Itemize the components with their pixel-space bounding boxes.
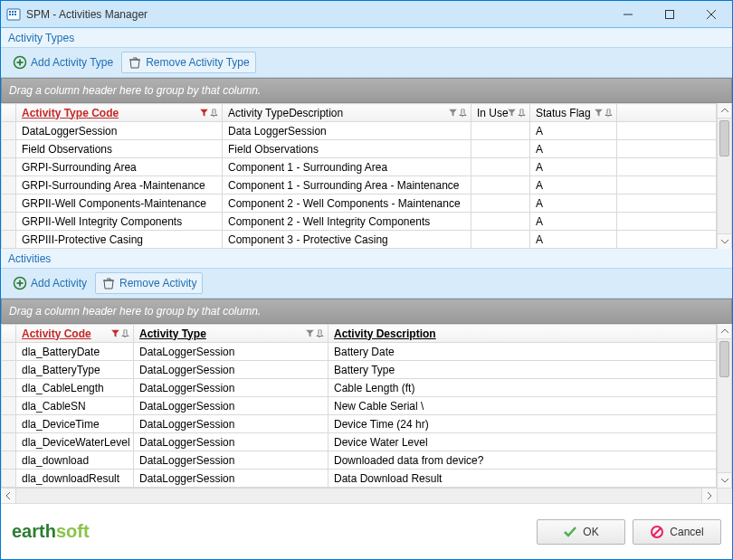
types-col-status[interactable]: Status Flag — [530, 104, 617, 122]
table-row[interactable]: GRPIII-Protective CasingComponent 3 - Pr… — [2, 231, 717, 249]
cell-desc[interactable]: Device Water Level — [328, 433, 717, 451]
activities-group-by-area[interactable]: Drag a column header here to group by th… — [1, 299, 732, 324]
types-col-inuse[interactable]: In Use — [471, 104, 530, 122]
table-row[interactable]: GRPII-Well Integrity ComponentsComponent… — [2, 213, 717, 231]
minimize-button[interactable] — [607, 1, 649, 28]
acts-rowheader-col[interactable] — [2, 325, 16, 343]
cell-code[interactable]: GRPII-Well Components-Maintenance — [16, 195, 223, 213]
cell-desc[interactable]: Cable Length (ft) — [328, 379, 717, 397]
row-header-cell[interactable] — [2, 176, 16, 195]
cell-desc[interactable]: Component 1 - Surrounding Area — [223, 158, 471, 176]
cell-status[interactable]: A — [530, 158, 617, 176]
activities-vertical-scrollbar[interactable] — [717, 324, 732, 488]
cell-code[interactable]: dla_CableSN — [16, 397, 134, 415]
cell-code[interactable]: DataLoggerSession — [16, 122, 223, 140]
activities-grid[interactable]: Activity Code Activity Type — [1, 324, 717, 488]
cell-inuse[interactable] — [471, 158, 530, 176]
activities-horizontal-scrollbar[interactable] — [1, 488, 732, 503]
cell-code[interactable]: dla_downloadResult — [16, 470, 134, 488]
row-header-cell[interactable] — [2, 195, 16, 213]
row-header-cell[interactable] — [2, 415, 16, 433]
add-activity-button[interactable]: Add Activity — [6, 272, 93, 294]
cell-code[interactable]: GRPIII-Protective Casing — [16, 231, 223, 249]
table-row[interactable]: dla_CableSNDataLoggerSessionNew Cable Se… — [2, 397, 717, 415]
cancel-button[interactable]: Cancel — [633, 519, 721, 545]
filter-icon[interactable] — [595, 109, 603, 117]
scroll-thumb[interactable] — [719, 341, 729, 377]
cell-desc[interactable]: Battery Type — [328, 361, 717, 379]
cell-desc[interactable]: New Cable Serial \ — [328, 397, 717, 415]
cell-desc[interactable]: Downloaded data from device? — [328, 451, 717, 470]
row-header-cell[interactable] — [2, 451, 16, 470]
pin-icon[interactable] — [121, 329, 129, 337]
row-header-cell[interactable] — [2, 379, 16, 397]
filter-icon[interactable] — [111, 329, 119, 337]
cell-status[interactable]: A — [530, 140, 617, 158]
row-header-cell[interactable] — [2, 231, 16, 249]
table-row[interactable]: dla_BatteryDateDataLoggerSessionBattery … — [2, 343, 717, 361]
cell-desc[interactable]: Component 3 - Protective Casing — [223, 231, 471, 249]
scroll-down-button[interactable] — [718, 472, 731, 488]
cell-code[interactable]: dla_download — [16, 451, 134, 470]
table-row[interactable]: GRPI-Surrounding AreaComponent 1 - Surro… — [2, 158, 717, 176]
cell-type[interactable]: DataLoggerSession — [134, 343, 328, 361]
cell-code[interactable]: dla_BatteryType — [16, 361, 134, 379]
cell-desc[interactable]: Component 2 - Well Integrity Components — [223, 213, 471, 231]
table-row[interactable]: dla_downloadDataLoggerSessionDownloaded … — [2, 451, 717, 470]
table-row[interactable]: dla_CableLengthDataLoggerSessionCable Le… — [2, 379, 717, 397]
acts-col-desc[interactable]: Activity Description — [328, 325, 717, 343]
remove-activity-type-button[interactable]: Remove Activity Type — [121, 52, 256, 73]
titlebar[interactable]: SPM - Activities Manager — [1, 1, 732, 28]
row-header-cell[interactable] — [2, 158, 16, 176]
scroll-track[interactable] — [718, 339, 731, 472]
cell-inuse[interactable] — [471, 231, 530, 249]
hscroll-track[interactable] — [16, 489, 701, 503]
table-row[interactable]: GRPII-Well Components-MaintenanceCompone… — [2, 195, 717, 213]
cell-inuse[interactable] — [471, 213, 530, 231]
row-header-cell[interactable] — [2, 343, 16, 361]
row-header-cell[interactable] — [2, 213, 16, 231]
cell-code[interactable]: GRPI-Surrounding Area — [16, 158, 223, 176]
cell-type[interactable]: DataLoggerSession — [134, 451, 328, 470]
cell-code[interactable]: dla_CableLength — [16, 379, 134, 397]
ok-button[interactable]: OK — [537, 519, 625, 545]
cell-status[interactable]: A — [530, 176, 617, 195]
scroll-up-button[interactable] — [718, 103, 731, 119]
scroll-thumb[interactable] — [719, 120, 729, 157]
cell-inuse[interactable] — [471, 140, 530, 158]
row-header-cell[interactable] — [2, 433, 16, 451]
acts-col-type[interactable]: Activity Type — [134, 325, 328, 343]
filter-icon[interactable] — [306, 329, 314, 337]
filter-icon[interactable] — [200, 109, 208, 117]
scroll-down-button[interactable] — [718, 233, 731, 249]
cell-desc[interactable]: Component 2 - Well Components - Maintena… — [223, 195, 471, 213]
row-header-cell[interactable] — [2, 361, 16, 379]
table-row[interactable]: GRPI-Surrounding Area -MaintenanceCompon… — [2, 176, 717, 195]
cell-status[interactable]: A — [530, 195, 617, 213]
cell-desc[interactable]: Battery Date — [328, 343, 717, 361]
filter-icon[interactable] — [508, 109, 516, 117]
acts-col-code[interactable]: Activity Code — [16, 325, 134, 343]
cell-desc[interactable]: Data Download Result — [328, 470, 717, 488]
cell-type[interactable]: DataLoggerSession — [134, 397, 328, 415]
types-col-code[interactable]: Activity Type Code — [16, 104, 223, 122]
cell-status[interactable]: A — [530, 231, 617, 249]
table-row[interactable]: dla_DeviceWaterLevelDataLoggerSessionDev… — [2, 433, 717, 451]
cell-desc[interactable]: Device Time (24 hr) — [328, 415, 717, 433]
cell-desc[interactable]: Data LoggerSession — [223, 122, 471, 140]
pin-icon[interactable] — [604, 109, 613, 117]
table-row[interactable]: dla_BatteryTypeDataLoggerSessionBattery … — [2, 361, 717, 379]
cell-desc[interactable]: Field Observations — [223, 140, 471, 158]
types-rowheader-col[interactable] — [2, 104, 16, 122]
cell-status[interactable]: A — [530, 122, 617, 140]
scroll-track[interactable] — [718, 119, 731, 233]
cell-inuse[interactable] — [471, 176, 530, 195]
cell-type[interactable]: DataLoggerSession — [134, 415, 328, 433]
row-header-cell[interactable] — [2, 470, 16, 488]
pin-icon[interactable] — [210, 109, 218, 117]
cell-status[interactable]: A — [530, 213, 617, 231]
scroll-up-button[interactable] — [718, 324, 731, 339]
close-button[interactable] — [690, 1, 732, 28]
pin-icon[interactable] — [459, 109, 467, 117]
cell-type[interactable]: DataLoggerSession — [134, 470, 328, 488]
